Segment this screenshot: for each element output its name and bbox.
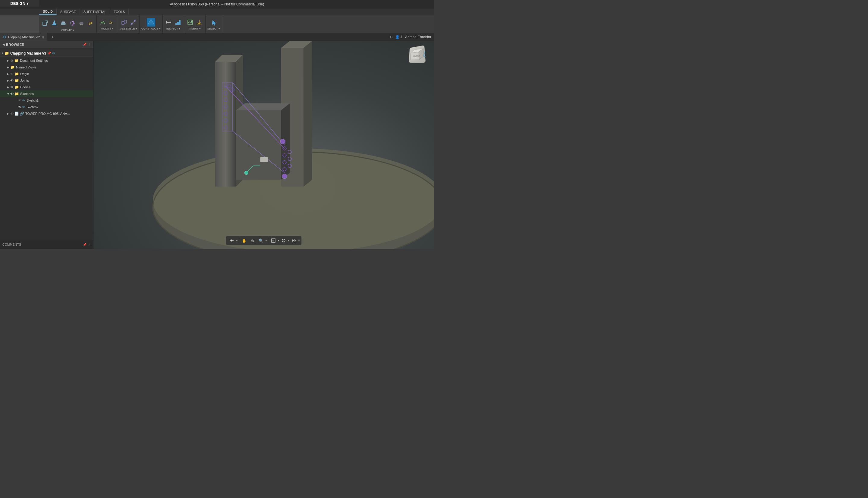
browser-more-icon[interactable]: ⋮ [88, 43, 91, 46]
insert-image-button[interactable] [186, 18, 195, 27]
browser-item-origin[interactable]: ▶ 👁 📁 Origin [0, 70, 93, 77]
tab-sheetmetal[interactable]: SHEET METAL [80, 9, 110, 15]
design-button[interactable] [0, 15, 39, 33]
tower-pro-eye-icon[interactable]: 👁 [10, 112, 14, 116]
insert-2-button[interactable] [195, 18, 203, 27]
browser-item-doc-settings[interactable]: ▶ ⚙ 📁 Document Settings [0, 57, 93, 64]
pan-button[interactable]: ✋ [240, 237, 248, 245]
zoom-button[interactable]: 🔍 [257, 237, 265, 245]
construct-button[interactable] [147, 18, 155, 27]
inspect-group-label[interactable]: INSPECT ▾ [166, 27, 180, 30]
joints-eye-icon[interactable]: 👁 [10, 79, 14, 82]
tab-solid[interactable]: SOLID [39, 9, 57, 15]
inspect-measure-button[interactable] [164, 18, 173, 27]
joints-arrow: ▶ [6, 79, 10, 82]
browser-root-item[interactable]: ▼ 📁 Clapping Machine v3 📌 ⊙ [0, 50, 93, 57]
sketches-eye-icon[interactable]: 👁 [10, 92, 14, 95]
select-button[interactable] [210, 18, 218, 27]
tab-surface[interactable]: SURFACE [57, 9, 80, 15]
nav-cube-inner[interactable]: FRONT [409, 45, 426, 63]
root-collapse-arrow[interactable]: ▼ [1, 52, 4, 55]
comments-more-icon[interactable]: ⋮ [88, 243, 91, 246]
browser-item-sketch2[interactable]: ▶ 👁 ✏ Sketch2 [0, 104, 93, 110]
browser-item-tower-pro[interactable]: ▶ 👁 📄 🔗 TOWER PRO MG-995, ANA... [0, 110, 93, 117]
browser-comments-panel: COMMENTS 📌 ⋮ [0, 240, 93, 249]
env-settings-button[interactable] [290, 237, 298, 245]
user-icon[interactable]: 👤 1 [395, 35, 403, 39]
zoom-arrow[interactable]: ▾ [266, 239, 267, 242]
doc-settings-folder-icon: 📁 [14, 58, 19, 63]
insert-group-label[interactable]: INSERT ▾ [189, 27, 201, 30]
browser-panel: ◀ BROWSER 📌 ⋮ ▼ 📁 Clapping Machine v3 📌 … [0, 41, 93, 249]
doc-tab-label: Clapping Machine v3* [8, 35, 40, 39]
visual-style-arrow[interactable]: ▾ [288, 239, 289, 242]
sketches-label: Sketches [20, 92, 92, 95]
thread-button[interactable] [86, 19, 95, 27]
svg-point-45 [288, 150, 292, 154]
svg-rect-18 [175, 23, 177, 25]
svg-point-41 [283, 147, 286, 150]
extrude-button[interactable] [59, 19, 67, 27]
construct-group-label[interactable]: CONSTRUCT ▾ [141, 27, 161, 30]
tab-tools[interactable]: TOOLS [110, 9, 129, 15]
fx-button[interactable]: fx [108, 18, 116, 27]
select-group-label[interactable]: SELECT ▾ [208, 27, 220, 30]
svg-text:fx: fx [109, 21, 112, 25]
svg-line-59 [424, 56, 426, 58]
assemble-2-button[interactable] [129, 18, 137, 27]
design-btn[interactable]: DESIGN ▾ [10, 1, 28, 6]
assemble-1-button[interactable] [120, 18, 129, 27]
origin-eye-icon[interactable]: 👁 [10, 72, 14, 76]
svg-point-61 [231, 240, 232, 241]
grid-snap-arrow[interactable]: ▾ [236, 239, 238, 242]
grid-snap-button[interactable] [228, 237, 236, 245]
sketch1-eye-icon[interactable]: 👁 [18, 99, 22, 102]
svg-rect-20 [179, 20, 181, 25]
browser-item-joints[interactable]: ▶ 👁 📁 Joints [0, 77, 93, 84]
orbit-button[interactable]: ⊕ [249, 237, 256, 245]
nav-cube[interactable]: FRONT [408, 46, 429, 67]
sync-icon[interactable]: ↻ [390, 35, 393, 39]
sketches-arrow: ▶ [7, 92, 10, 96]
display-mode-button[interactable] [269, 237, 277, 245]
inspect-2-button[interactable] [174, 18, 182, 27]
svg-point-44 [283, 168, 286, 171]
svg-point-32 [224, 84, 228, 88]
new-tab-button[interactable]: + [49, 33, 56, 41]
create-form-button[interactable] [50, 19, 58, 27]
origin-label: Origin [20, 72, 92, 76]
sketch2-eye-icon[interactable]: 👁 [18, 105, 22, 109]
assemble-group-label[interactable]: ASSEMBLE ▾ [120, 27, 137, 30]
create-group-label[interactable]: CREATE ▾ [61, 29, 74, 32]
revolve-button[interactable] [68, 19, 77, 27]
browser-item-sketches[interactable]: ▶ 👁 📁 Sketches [0, 90, 93, 97]
svg-point-33 [224, 91, 228, 95]
svg-rect-23 [197, 24, 202, 24]
display-mode-arrow[interactable]: ▾ [278, 239, 279, 242]
visual-style-button[interactable] [280, 237, 288, 245]
env-settings-arrow[interactable]: ▾ [298, 239, 299, 242]
browser-item-sketch1[interactable]: ▶ 👁 ✏ Sketch1 [0, 97, 93, 104]
browser-pin-icon[interactable]: 📌 [83, 43, 86, 46]
browser-item-named-views[interactable]: ▶ 📁 Named Views [0, 64, 93, 70]
tower-pro-doc-icon: 📄 [14, 112, 19, 116]
joints-folder-icon: 📁 [14, 78, 19, 82]
svg-point-38 [224, 126, 228, 130]
3d-viewport[interactable]: FRONT ▾ ✋ ⊕ 🔍 ▾ ▾ ▾ [93, 41, 434, 249]
svg-rect-63 [272, 240, 274, 241]
browser-collapse-icon[interactable]: ◀ [2, 43, 5, 46]
document-tab[interactable]: ⚙ Clapping Machine v3* × [0, 33, 47, 41]
bodies-eye-icon[interactable]: 👁 [10, 85, 14, 89]
3d-scene-svg [93, 41, 434, 249]
hole-button[interactable] [77, 19, 85, 27]
sketch1-label: Sketch1 [27, 99, 92, 102]
modify-group-label[interactable]: MODIFY ▾ [101, 27, 113, 30]
doc-tab-close[interactable]: × [42, 35, 44, 39]
app-title: Autodesk Fusion 360 (Personal – Not for … [170, 2, 264, 6]
new-component-button[interactable] [41, 19, 50, 27]
modify-1-button[interactable] [98, 18, 107, 27]
svg-rect-48 [222, 82, 233, 131]
browser-item-bodies[interactable]: ▶ 👁 📁 Bodies [0, 84, 93, 90]
comments-pin-icon[interactable]: 📌 [83, 243, 86, 246]
origin-arrow: ▶ [6, 73, 10, 75]
